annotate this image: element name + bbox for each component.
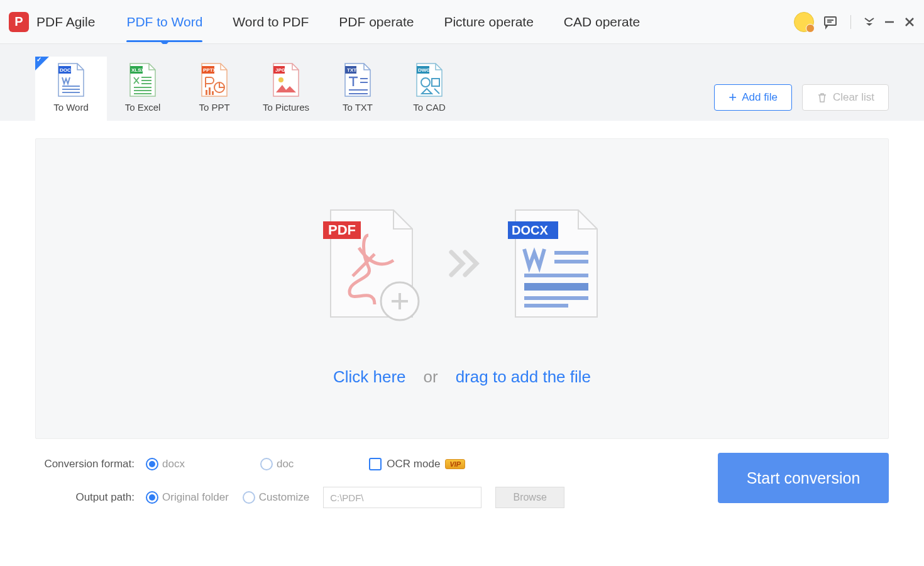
svg-rect-49 (524, 283, 588, 291)
docx-target-icon: DOCX (505, 204, 606, 323)
clear-list-label: Clear list (833, 91, 874, 104)
main-tabs: PDF to Word Word to PDF PDF operate Pict… (126, 3, 640, 41)
radio-label: Customize (259, 491, 309, 504)
svg-text:PDF: PDF (328, 222, 356, 238)
minimize-icon[interactable] (884, 16, 895, 28)
format-radio-group: docx doc OCR mode VIP (146, 458, 465, 470)
tool-label: To Pictures (263, 102, 309, 113)
start-conversion-button[interactable]: Start conversion (718, 453, 889, 503)
tool-to-txt[interactable]: TXT To TXT (322, 57, 393, 121)
user-avatar-icon[interactable] (794, 12, 814, 32)
title-bar: P PDF Agile PDF to Word Word to PDF PDF … (0, 0, 924, 44)
svg-text:TXT: TXT (347, 67, 356, 73)
tool-label: To TXT (343, 102, 373, 113)
xlsx-file-icon: XLSX (126, 62, 160, 98)
tool-label: To PPT (199, 102, 229, 113)
add-file-label: Add file (742, 91, 778, 104)
conversion-tool-group: DOCX To Word XLSX To Excel PPTX To PPT J… (0, 57, 465, 121)
dropzone-text: Click here or drag to add the file (333, 367, 591, 387)
radio-icon (260, 458, 273, 470)
radio-original-folder[interactable]: Original folder (146, 491, 229, 504)
svg-text:DOCX: DOCX (512, 223, 548, 237)
checkbox-icon (369, 458, 382, 470)
plus-icon: + (729, 89, 737, 106)
svg-text:PPTX: PPTX (203, 67, 217, 73)
clear-list-button[interactable]: Clear list (802, 84, 889, 111)
svg-text:XLSX: XLSX (131, 67, 145, 73)
feedback-icon[interactable] (823, 14, 838, 30)
output-path-input[interactable] (323, 487, 481, 508)
svg-text:DOCX: DOCX (60, 67, 75, 73)
radio-icon (146, 491, 158, 504)
browse-button[interactable]: Browse (495, 487, 564, 508)
click-here-link[interactable]: Click here (333, 367, 406, 387)
conversion-toolbar: DOCX To Word XLSX To Excel PPTX To PPT J… (0, 44, 924, 121)
tab-pdf-to-word[interactable]: PDF to Word (126, 3, 202, 41)
tool-label: To Excel (125, 102, 161, 113)
svg-rect-23 (209, 87, 211, 95)
pptx-file-icon: PPTX (197, 62, 231, 98)
output-radio-group: Original folder Customize Browse (146, 487, 564, 508)
txt-file-icon: TXT (341, 62, 375, 98)
radio-icon (243, 491, 255, 504)
svg-rect-22 (206, 90, 207, 95)
svg-rect-0 (825, 17, 836, 25)
checkbox-label: OCR mode (387, 458, 440, 470)
tool-label: To CAD (413, 102, 446, 113)
output-label: Output path: (35, 491, 135, 504)
radio-docx[interactable]: docx (146, 458, 185, 470)
tool-label: To Word (53, 102, 89, 113)
radio-customize[interactable]: Customize (243, 491, 309, 504)
vip-badge: VIP (445, 459, 465, 469)
radio-label: Original folder (162, 491, 229, 504)
app-title: PDF Agile (36, 14, 95, 30)
options-column: Conversion format: docx doc OCR mode VIP… (35, 458, 718, 508)
tool-to-excel[interactable]: XLSX To Excel (107, 57, 179, 121)
tool-to-word[interactable]: DOCX To Word (35, 57, 107, 121)
menu-dropdown-icon[interactable] (864, 16, 875, 28)
format-label: Conversion format: (35, 458, 135, 470)
docx-file-icon: DOCX (54, 62, 88, 98)
radio-doc[interactable]: doc (260, 458, 294, 470)
svg-text:JPG: JPG (275, 67, 285, 73)
svg-rect-24 (212, 91, 214, 95)
window-controls (794, 0, 915, 43)
bottom-panel: Conversion format: docx doc OCR mode VIP… (0, 439, 924, 508)
main-area: PDF DOCX (0, 121, 924, 439)
pdf-source-icon: PDF (318, 204, 425, 323)
separator (850, 15, 851, 29)
radio-icon (146, 458, 158, 470)
tool-to-ppt[interactable]: PPTX To PPT (179, 57, 250, 121)
svg-text:DWG: DWG (418, 67, 431, 73)
dropzone-or: or (424, 367, 438, 387)
radio-label: docx (162, 458, 185, 470)
close-icon[interactable] (904, 16, 915, 28)
toolbar-actions: + Add file Clear list (714, 84, 889, 111)
trash-icon (817, 92, 828, 103)
tab-cad-operate[interactable]: CAD operate (564, 3, 640, 41)
dropzone-illustration: PDF DOCX (318, 204, 606, 323)
tool-to-cad[interactable]: DWG To CAD (393, 57, 465, 121)
conversion-format-row: Conversion format: docx doc OCR mode VIP (35, 458, 718, 470)
output-path-row: Output path: Original folder Customize B… (35, 487, 718, 508)
radio-label: doc (277, 458, 294, 470)
drag-hint: drag to add the file (456, 367, 591, 387)
add-file-button[interactable]: + Add file (714, 84, 792, 111)
tab-picture-operate[interactable]: Picture operate (444, 3, 533, 41)
tool-to-pictures[interactable]: JPG To Pictures (250, 57, 322, 121)
dwg-file-icon: DWG (412, 62, 446, 98)
app-logo-icon: P (9, 12, 29, 32)
tab-word-to-pdf[interactable]: Word to PDF (233, 3, 309, 41)
jpg-file-icon: JPG (269, 62, 303, 98)
app-logo-wrap: P PDF Agile (9, 12, 95, 32)
svg-point-27 (278, 77, 283, 82)
checkbox-ocr-mode[interactable]: OCR mode VIP (369, 458, 465, 470)
file-dropzone[interactable]: PDF DOCX (35, 138, 889, 439)
tab-pdf-operate[interactable]: PDF operate (339, 3, 414, 41)
arrow-right-icon (448, 248, 483, 279)
